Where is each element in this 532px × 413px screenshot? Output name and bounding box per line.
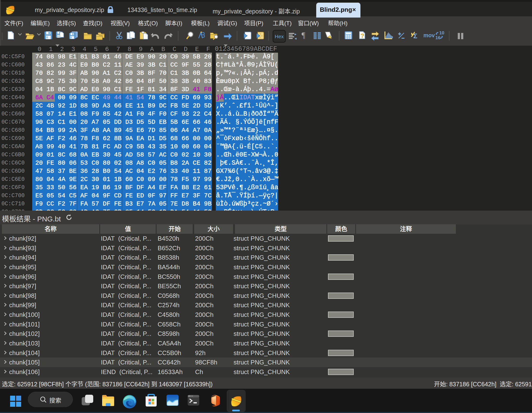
svg-text:16: 16 xyxy=(435,35,440,40)
svg-text:mov: mov xyxy=(423,32,435,38)
svg-text:?: ? xyxy=(361,32,364,39)
svg-text:10: 10 xyxy=(439,30,444,35)
svg-text:¶: ¶ xyxy=(302,30,305,39)
svg-text:Hex: Hex xyxy=(275,34,284,39)
